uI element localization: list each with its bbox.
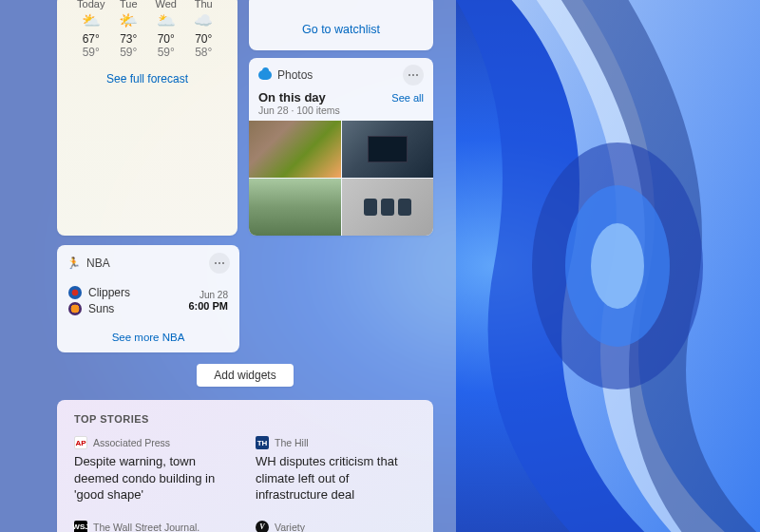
weather-icon: ☁️ <box>185 11 223 30</box>
photo-thumbnail[interactable] <box>249 121 341 178</box>
weather-icon: 🌥️ <box>147 11 185 30</box>
source-badge-icon: WSJ <box>74 521 87 532</box>
news-story[interactable]: WSJ The Wall Street Journal. Third Astra… <box>74 521 235 532</box>
photos-title: Photos <box>277 68 397 82</box>
temp-high: 70° <box>147 32 185 46</box>
temp-high: 73° <box>110 32 148 46</box>
go-to-watchlist-link[interactable]: Go to watchlist <box>302 4 380 36</box>
top-stories-card: TOP STORIES AP Associated Press Despite … <box>57 400 433 532</box>
source-name: Associated Press <box>93 437 170 448</box>
more-options-button[interactable]: ⋯ <box>403 65 424 86</box>
onedrive-icon <box>258 70 272 80</box>
more-options-button[interactable]: ⋯ <box>209 253 230 274</box>
weather-card: Today ⛅ 67° 59° Tue 🌤️ 73° 59° Wed 🌥️ 70… <box>57 0 238 236</box>
weather-icon: ⛅ <box>72 11 110 30</box>
source-badge-icon: V <box>256 521 269 532</box>
sports-title: NBA <box>86 256 203 270</box>
temp-low: 59° <box>147 46 185 59</box>
photo-thumbnail[interactable] <box>249 179 341 236</box>
team-logo-icon <box>68 286 82 299</box>
temp-low: 59° <box>110 46 148 59</box>
news-story[interactable]: AP Associated Press Despite warning, tow… <box>74 436 235 504</box>
news-story[interactable]: TH The Hill WH disputes criticism that c… <box>256 436 416 504</box>
temp-high: 67° <box>72 32 110 46</box>
widgets-panel: Today ⛅ 67° 59° Tue 🌤️ 73° 59° Wed 🌥️ 70… <box>0 0 456 532</box>
game-matchup[interactable]: Clippers Suns Jun 28 6:00 PM <box>66 274 230 324</box>
see-all-link[interactable]: See all <box>391 92 424 104</box>
team-logo-icon <box>68 302 82 315</box>
add-widgets-button[interactable]: Add widgets <box>197 364 293 387</box>
day-label: Wed <box>147 0 185 10</box>
day-label: Thu <box>185 0 223 10</box>
temp-low: 59° <box>72 46 110 59</box>
team-name: Suns <box>88 302 114 315</box>
sports-card: 🏃 NBA ⋯ Clippers Suns Jun 28 6:00 PM See… <box>57 245 239 352</box>
photo-grid <box>249 121 433 236</box>
photo-thumbnail[interactable] <box>342 121 434 178</box>
source-name: Variety <box>275 522 305 532</box>
temp-low: 58° <box>185 46 223 59</box>
sports-icon: 🏃 <box>66 256 81 270</box>
svg-point-3 <box>591 223 644 309</box>
forecast-day[interactable]: Thu ☁️ 70° 58° <box>185 0 223 59</box>
on-this-day-label: On this day <box>258 90 340 104</box>
team-row: Suns <box>68 302 188 315</box>
forecast-day[interactable]: Wed 🌥️ 70° 59° <box>147 0 185 59</box>
story-headline: Despite warning, town deemed condo build… <box>74 453 235 504</box>
source-badge-icon: AP <box>74 436 87 449</box>
story-headline: WH disputes criticism that climate left … <box>256 453 416 504</box>
forecast-row: Today ⛅ 67° 59° Tue 🌤️ 73° 59° Wed 🌥️ 70… <box>66 0 228 66</box>
forecast-day[interactable]: Today ⛅ 67° 59° <box>72 0 110 59</box>
source-badge-icon: TH <box>256 436 269 449</box>
weather-icon: 🌤️ <box>110 11 148 30</box>
photo-thumbnail[interactable] <box>342 179 434 236</box>
team-row: Clippers <box>68 286 188 299</box>
day-label: Today <box>72 0 110 10</box>
photos-card: Photos ⋯ On this day Jun 28 · 100 items … <box>249 58 433 236</box>
top-stories-heading: TOP STORIES <box>74 413 416 425</box>
source-name: The Hill <box>275 437 309 448</box>
see-full-forecast-link[interactable]: See full forecast <box>66 66 228 87</box>
photos-subtitle: Jun 28 · 100 items <box>258 104 340 116</box>
temp-high: 70° <box>185 32 223 46</box>
watchlist-card: Go to watchlist <box>249 0 433 50</box>
day-label: Tue <box>110 0 148 10</box>
source-name: The Wall Street Journal. <box>93 522 200 532</box>
news-story[interactable]: V Variety Power of Pride 2021: 50 Entert… <box>256 521 416 532</box>
game-time: 6:00 PM <box>188 300 228 312</box>
see-more-nba-link[interactable]: See more NBA <box>66 324 230 343</box>
team-name: Clippers <box>88 286 130 299</box>
game-date: Jun 28 <box>188 290 228 300</box>
forecast-day[interactable]: Tue 🌤️ 73° 59° <box>110 0 148 59</box>
